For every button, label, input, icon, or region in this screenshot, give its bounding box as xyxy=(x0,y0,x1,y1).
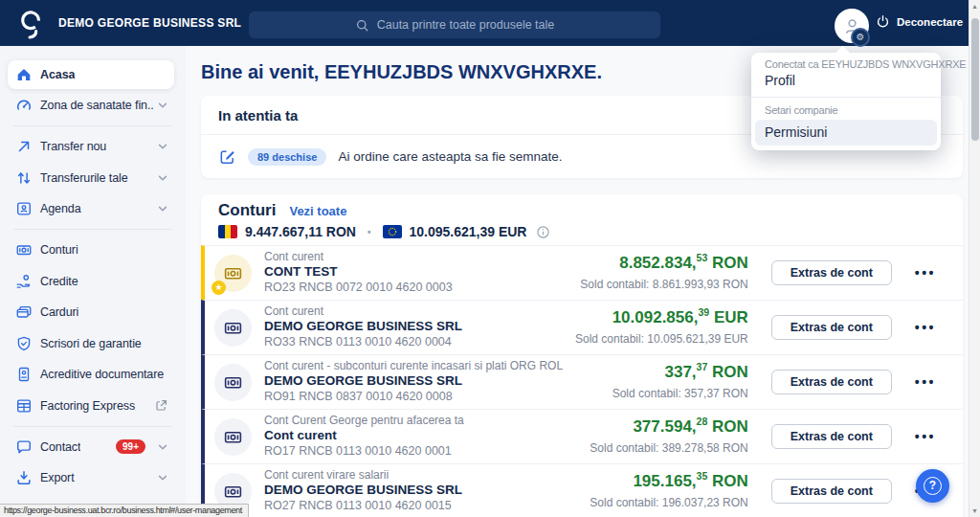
account-balance: 337,37 RON xyxy=(664,363,747,381)
sidebar-item-acasa[interactable]: Acasa xyxy=(8,60,174,89)
scroll-down-arrow[interactable]: ▼ xyxy=(969,507,980,514)
extras-de-cont-button[interactable]: Extras de cont xyxy=(771,260,892,285)
account-row[interactable]: Cont curent - subconturi curente incasar… xyxy=(201,354,963,409)
sidebar-item-factoring-express[interactable]: Factoring Express xyxy=(8,392,174,420)
account-iban: RO23 RNCB 0072 0010 4620 0003 xyxy=(264,281,453,296)
search-placeholder: Cauta printre toate produsele tale xyxy=(377,18,555,32)
sidebar-item-label: Contact xyxy=(40,440,80,454)
sidebar-item-export[interactable]: Export xyxy=(8,463,174,492)
george-logo[interactable] xyxy=(18,9,45,43)
sidebar-item-label: Acreditive documentare xyxy=(40,368,164,381)
eu-flag-icon xyxy=(383,225,402,238)
home-icon xyxy=(15,66,33,83)
sidebar-item-transferurile-tale[interactable]: Transferurile tale xyxy=(8,164,174,192)
arrows-up-down-icon xyxy=(15,169,33,187)
vertical-scrollbar[interactable]: ▲ ▼ xyxy=(969,0,980,517)
account-balances: 195.165,35 RONSold contabil: 196.037,23 … xyxy=(590,470,747,512)
menu-item-permisiuni[interactable]: Permisiuni xyxy=(755,120,937,146)
account-iban: RO33 RNCB 0113 0010 4620 0004 xyxy=(264,335,462,350)
chevron-down-icon xyxy=(153,172,170,184)
extras-de-cont-button[interactable]: Extras de cont xyxy=(771,424,892,449)
account-row[interactable]: Cont Curent George pentru afacerea taCon… xyxy=(201,409,963,463)
download-icon xyxy=(15,469,33,486)
sidebar-item-label: Export xyxy=(40,471,75,484)
user-dropdown-menu: Conectat ca EEYHUZJBDS WNXVGHXRXE Profil… xyxy=(751,53,941,150)
romania-flag-icon xyxy=(218,225,237,238)
account-iban: RO17 RNCB 0113 0010 4620 0001 xyxy=(264,444,464,460)
shield-icon xyxy=(15,335,33,352)
scrollbar-thumb[interactable] xyxy=(971,18,979,141)
account-row[interactable]: ★Cont curentCONT TESTRO23 RNCB 0072 0010… xyxy=(201,245,963,300)
question-mark-icon: ? xyxy=(924,477,942,495)
accounts-totals: 9.447.667,11 RON • 10.095.621,39 EUR xyxy=(218,224,946,239)
scroll-up-arrow[interactable]: ▲ xyxy=(969,3,980,10)
account-balances: 8.852.834,53 RONSold contabil: 8.861.993… xyxy=(580,252,747,294)
account-type: Cont curent - subconturi curente incasar… xyxy=(264,359,563,373)
status-url: https://george-business.uat.bcr.ro/busin… xyxy=(0,504,249,517)
account-iban: RO91 RNCB 0837 0010 4620 0008 xyxy=(264,390,563,405)
sidebar-item-conturi[interactable]: Conturi xyxy=(8,236,174,264)
power-icon xyxy=(876,14,890,29)
sidebar-item-zona-de-sanatate-fin[interactable]: Zona de sanatate fin... xyxy=(8,91,174,120)
chevron-down-icon xyxy=(153,203,170,214)
account-row[interactable]: Cont curent virare salariiDEMO GEORGE BU… xyxy=(201,463,963,517)
sidebar-item-label: Acasa xyxy=(40,68,75,81)
total-eur: 10.095.621,39 EUR xyxy=(410,224,527,239)
more-options-button[interactable]: ••• xyxy=(915,265,936,281)
favorite-star-icon: ★ xyxy=(212,281,226,295)
sidebar-item-label: Conturi xyxy=(40,243,78,257)
account-name: DEMO GEORGE BUSINESS SRL xyxy=(264,483,462,499)
total-ron: 9.447.667,11 RON xyxy=(245,224,356,239)
account-name: CONT TEST xyxy=(264,264,453,281)
sidebar-item-label: Agenda xyxy=(40,202,81,215)
sidebar-item-label: Transferurile tale xyxy=(40,171,128,185)
account-row[interactable]: Cont curentDEMO GEORGE BUSINESS SRLRO33 … xyxy=(201,300,963,354)
sidebar-item-agenda[interactable]: Agenda xyxy=(8,194,174,223)
see-all-link[interactable]: Vezi toate xyxy=(289,204,346,218)
account-banknote-icon: ★ xyxy=(214,255,252,292)
extras-de-cont-button[interactable]: Extras de cont xyxy=(771,479,892,504)
info-icon[interactable] xyxy=(536,225,550,239)
account-name: DEMO GEORGE BUSINESS SRL xyxy=(264,319,462,335)
menu-item-profil[interactable]: Profil xyxy=(751,72,941,95)
sidebar-item-transfer-nou[interactable]: Transfer nou xyxy=(8,132,174,161)
sidebar-divider xyxy=(13,426,172,427)
edit-icon xyxy=(218,147,236,166)
search-input[interactable]: Cauta printre toate produsele tale xyxy=(249,11,660,38)
extras-de-cont-button[interactable]: Extras de cont xyxy=(771,315,892,340)
account-book-balance: Sold contabil: 10.095.621,39 EUR xyxy=(575,332,748,346)
sidebar-divider xyxy=(13,229,172,230)
account-balance: 8.852.834,53 RON xyxy=(619,254,748,272)
external-link-icon xyxy=(150,398,170,413)
more-options-button[interactable]: ••• xyxy=(915,320,936,335)
chevron-down-icon xyxy=(153,100,170,111)
more-options-button[interactable]: ••• xyxy=(915,429,936,444)
more-options-button[interactable]: ••• xyxy=(915,374,936,390)
help-button[interactable]: ? xyxy=(916,469,949,503)
account-type: Cont curent xyxy=(264,250,453,264)
sidebar-nav: AcasaZona de sanatate fin...Transfer nou… xyxy=(0,46,186,517)
sidebar-item-contact[interactable]: Contact99+ xyxy=(8,433,174,461)
sidebar-item-label: Carduri xyxy=(40,305,78,319)
sidebar-item-credite[interactable]: Credite xyxy=(8,267,174,296)
sidebar-divider xyxy=(13,125,172,126)
sidebar-item-scrisori-de-garantie[interactable]: Scrisori de garantie xyxy=(8,329,174,358)
banknote-icon xyxy=(15,241,33,258)
account-name: DEMO GEORGE BUSINESS SRL xyxy=(264,373,563,390)
account-type: Cont curent xyxy=(264,304,462,319)
account-balances: 377.594,28 RONSold contabil: 389.278,58 … xyxy=(590,416,747,458)
sidebar-item-label: Factoring Express xyxy=(40,399,135,413)
account-balance: 10.092.856,39 EUR xyxy=(612,308,748,326)
accounts-card: Conturi Vezi toate 9.447.667,11 RON • 10… xyxy=(201,194,963,517)
chevron-down-icon xyxy=(153,441,170,453)
extras-de-cont-button[interactable]: Extras de cont xyxy=(771,370,892,394)
notification-badge: 99+ xyxy=(116,439,145,454)
account-info: Cont curent - subconturi curente incasar… xyxy=(264,359,563,405)
sidebar-item-carduri[interactable]: Carduri xyxy=(8,298,174,326)
account-book-balance: Sold contabil: 389.278,58 RON xyxy=(590,441,747,455)
settings-gear-icon[interactable]: ⚙ xyxy=(853,30,868,45)
account-name: Cont curent xyxy=(264,428,464,444)
sidebar-item-acreditive-documentare[interactable]: Acreditive documentare xyxy=(8,360,174,389)
company-name[interactable]: DEMO GEORGE BUSINESS SRL xyxy=(58,16,241,30)
logout-button[interactable]: Deconectare xyxy=(876,14,963,29)
